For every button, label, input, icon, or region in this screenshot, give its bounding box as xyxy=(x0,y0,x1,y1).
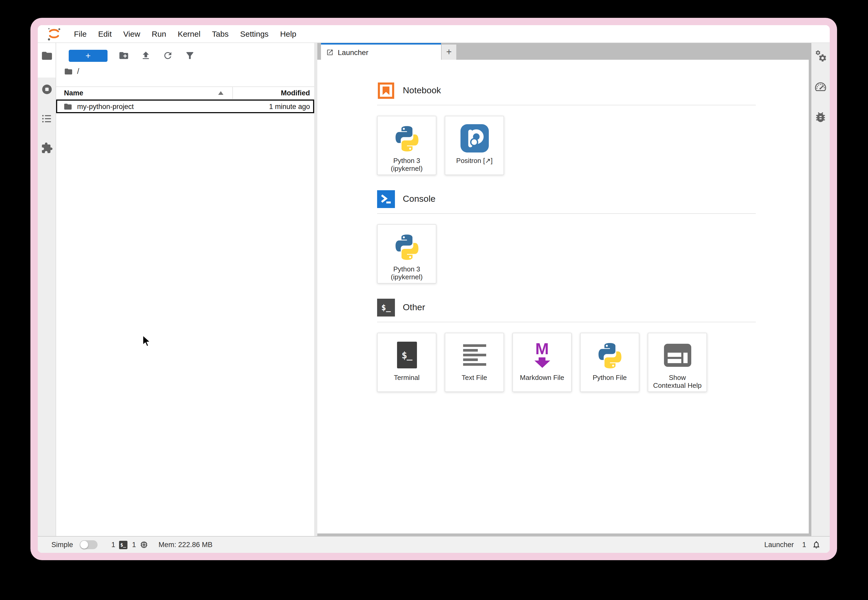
tab-bar: Launcher + xyxy=(317,43,809,60)
menu-settings[interactable]: Settings xyxy=(234,29,274,38)
status-left: Simple 1 $_ 1 Mem: 222.86 MB xyxy=(52,540,213,549)
status-bar: Simple 1 $_ 1 Mem: 222.86 MB Launcher 1 xyxy=(38,536,830,553)
launcher-card-positron[interactable]: Positron [↗] xyxy=(445,116,504,175)
launcher-section-other: $_ Other $_ Terminal xyxy=(377,299,756,392)
simple-mode-toggle[interactable] xyxy=(80,540,98,549)
python-icon xyxy=(392,232,421,262)
menu-kernel[interactable]: Kernel xyxy=(172,29,207,38)
section-header: Console xyxy=(377,190,756,214)
memory-usage: Mem: 222.86 MB xyxy=(159,541,213,548)
new-launcher-button[interactable]: + xyxy=(69,50,108,62)
extensions-puzzle-icon[interactable] xyxy=(41,142,53,154)
section-title: Console xyxy=(403,194,436,205)
file-list-header: Name Modified xyxy=(56,86,314,100)
upload-icon[interactable] xyxy=(141,50,151,61)
menu-view[interactable]: View xyxy=(117,29,146,38)
sidebar-tab-running-kernels[interactable] xyxy=(41,83,53,95)
main-area: + / Name xyxy=(38,43,830,536)
launcher-card-python3-notebook[interactable]: Python 3 (ipykernel) xyxy=(377,116,436,175)
status-right: Launcher 1 xyxy=(764,540,821,549)
simple-mode-label: Simple xyxy=(52,541,73,548)
card-row: $_ Terminal Text File xyxy=(377,333,756,392)
column-modified-label: Modified xyxy=(281,89,310,97)
toggle-knob xyxy=(81,541,88,548)
launcher-card-python3-console[interactable]: Python 3 (ipykernel) xyxy=(377,224,436,283)
launcher-section-console: Console Python 3 (ipykernel) xyxy=(377,190,756,283)
launcher-card-markdown-file[interactable]: M Markdown File xyxy=(512,333,572,392)
launcher-card-python-file[interactable]: Python File xyxy=(580,333,639,392)
launcher-section-notebook: Notebook Python 3 (ipykernel) xyxy=(377,82,756,175)
section-header: $_ Other xyxy=(377,299,756,322)
sort-ascending-icon xyxy=(218,91,223,95)
active-panel-label: Launcher xyxy=(764,541,794,548)
file-modified: 1 minute ago xyxy=(269,103,313,110)
launcher-card-terminal[interactable]: $_ Terminal xyxy=(377,333,436,392)
mouse-cursor xyxy=(142,335,151,347)
card-label: Python 3 (ipykernel) xyxy=(391,265,423,281)
launcher-body: Notebook Python 3 (ipykernel) xyxy=(317,60,809,533)
column-name-label: Name xyxy=(64,89,84,97)
python-icon xyxy=(392,123,421,153)
python-icon xyxy=(596,340,624,370)
menu-tabs[interactable]: Tabs xyxy=(206,29,234,38)
tab-launcher[interactable]: Launcher xyxy=(321,43,441,60)
markdown-icon: M xyxy=(534,340,550,370)
menu-bar: File Edit View Run Kernel Tabs Settings … xyxy=(38,25,830,43)
card-label: Python File xyxy=(593,374,627,382)
card-label: Python 3 (ipykernel) xyxy=(391,157,423,173)
right-activity-bar xyxy=(811,43,830,536)
launcher-card-contextual-help[interactable]: Show Contextual Help xyxy=(648,333,707,392)
file-row-my-python-project[interactable]: my-python-project 1 minute ago xyxy=(56,100,314,113)
breadcrumb[interactable]: / xyxy=(56,64,314,79)
file-browser-toolbar: + xyxy=(56,48,314,64)
terminal-icon: $_ xyxy=(377,299,395,317)
app-window: File Edit View Run Kernel Tabs Settings … xyxy=(30,18,837,560)
add-tab-button[interactable]: + xyxy=(442,44,456,60)
card-label: Text File xyxy=(462,374,487,382)
menu-file[interactable]: File xyxy=(68,29,92,38)
card-row: Python 3 (ipykernel) xyxy=(377,224,756,283)
terminal-chip-icon: $_ xyxy=(119,541,128,549)
contextual-help-icon xyxy=(664,340,691,370)
dashboard-gauge-icon[interactable] xyxy=(814,80,827,93)
card-label: Show Contextual Help xyxy=(653,374,702,389)
refresh-icon[interactable] xyxy=(163,50,173,61)
bell-icon[interactable] xyxy=(812,540,821,549)
folder-icon xyxy=(64,67,73,76)
breadcrumb-root[interactable]: / xyxy=(77,67,79,76)
debugger-bug-icon[interactable] xyxy=(814,111,827,124)
table-of-contents-icon[interactable] xyxy=(41,113,53,125)
menu-run[interactable]: Run xyxy=(146,29,172,38)
terminal-icon: $_ xyxy=(397,340,417,370)
folder-icon xyxy=(41,50,53,62)
cpu-chip-icon xyxy=(140,540,149,549)
console-icon xyxy=(377,190,395,208)
sidebar-tab-file-browser[interactable] xyxy=(38,43,56,77)
property-inspector-gears-icon[interactable] xyxy=(814,50,827,63)
terminal-count[interactable]: 1 xyxy=(111,541,116,548)
panel-splitter[interactable] xyxy=(314,43,317,536)
new-folder-icon[interactable] xyxy=(119,50,129,61)
screen: File Edit View Run Kernel Tabs Settings … xyxy=(0,0,868,600)
section-title: Other xyxy=(403,302,425,313)
file-browser-panel: + / Name xyxy=(56,43,314,536)
jupyter-logo-icon xyxy=(44,26,64,42)
menu-help[interactable]: Help xyxy=(274,29,302,38)
notebook-icon xyxy=(377,82,395,100)
app-frame: File Edit View Run Kernel Tabs Settings … xyxy=(38,25,830,553)
file-name: my-python-project xyxy=(77,103,134,110)
tab-label: Launcher xyxy=(338,48,368,56)
folder-icon xyxy=(64,102,72,111)
card-row: Python 3 (ipykernel) xyxy=(377,116,756,175)
section-header: Notebook xyxy=(377,82,756,105)
notification-count[interactable]: 1 xyxy=(802,541,806,548)
card-label: Positron [↗] xyxy=(456,157,493,165)
kernel-count[interactable]: 1 xyxy=(132,541,136,548)
menu-edit[interactable]: Edit xyxy=(92,29,117,38)
column-header-modified[interactable]: Modified xyxy=(233,87,314,99)
launcher-card-text-file[interactable]: Text File xyxy=(445,333,504,392)
left-activity-rest xyxy=(41,77,53,171)
column-header-name[interactable]: Name xyxy=(56,87,233,99)
card-label: Terminal xyxy=(394,374,420,382)
filter-icon[interactable] xyxy=(185,50,195,61)
